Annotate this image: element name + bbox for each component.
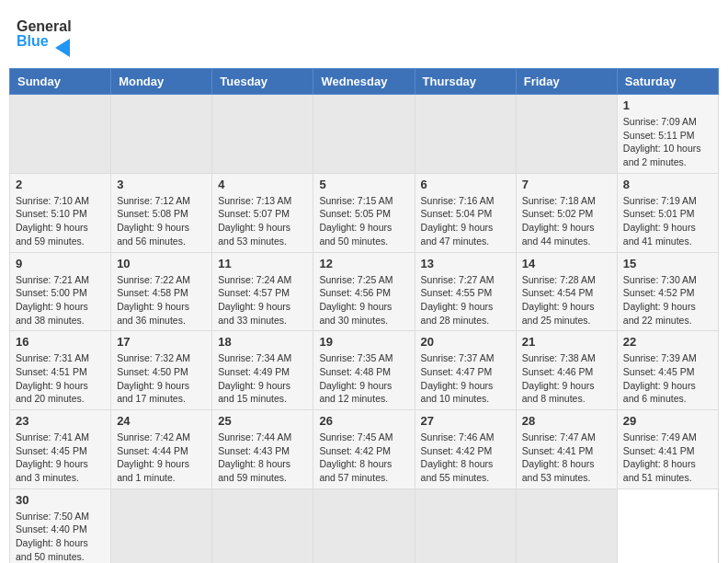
- day-info: Sunrise: 7:18 AM Sunset: 5:02 PM Dayligh…: [522, 194, 611, 248]
- svg-text:Blue: Blue: [17, 33, 49, 49]
- day-info: Sunrise: 7:27 AM Sunset: 4:55 PM Dayligh…: [421, 273, 510, 327]
- day-number: 11: [218, 257, 307, 270]
- day-number: 15: [623, 257, 712, 270]
- calendar-cell: 4Sunrise: 7:13 AM Sunset: 5:07 PM Daylig…: [212, 173, 313, 252]
- calendar-cell: 12Sunrise: 7:25 AM Sunset: 4:56 PM Dayli…: [313, 252, 415, 331]
- svg-marker-2: [55, 39, 70, 57]
- calendar-cell: 7Sunrise: 7:18 AM Sunset: 5:02 PM Daylig…: [516, 173, 617, 252]
- calendar-cell: [313, 95, 415, 174]
- calendar-row-4: 23Sunrise: 7:41 AM Sunset: 4:45 PM Dayli…: [10, 410, 719, 489]
- day-info: Sunrise: 7:09 AM Sunset: 5:11 PM Dayligh…: [623, 115, 712, 169]
- day-number: 9: [16, 257, 105, 270]
- day-info: Sunrise: 7:15 AM Sunset: 5:05 PM Dayligh…: [319, 194, 408, 248]
- day-number: 2: [16, 178, 105, 191]
- day-number: 26: [319, 414, 408, 428]
- calendar-cell: [111, 488, 212, 563]
- day-info: Sunrise: 7:10 AM Sunset: 5:10 PM Dayligh…: [16, 194, 105, 248]
- day-number: 8: [623, 178, 712, 191]
- calendar-cell: [212, 95, 313, 174]
- day-info: Sunrise: 7:12 AM Sunset: 5:08 PM Dayligh…: [117, 194, 206, 248]
- calendar-cell: 26Sunrise: 7:45 AM Sunset: 4:42 PM Dayli…: [313, 410, 415, 489]
- day-info: Sunrise: 7:49 AM Sunset: 4:41 PM Dayligh…: [623, 431, 712, 485]
- day-number: 20: [421, 335, 510, 349]
- calendar-row-5: 30Sunrise: 7:50 AM Sunset: 4:40 PM Dayli…: [10, 488, 719, 563]
- calendar-cell: 2Sunrise: 7:10 AM Sunset: 5:10 PM Daylig…: [10, 173, 111, 252]
- day-number: 10: [117, 257, 206, 270]
- day-number: 19: [319, 335, 408, 349]
- day-number: 6: [421, 178, 510, 191]
- day-info: Sunrise: 7:37 AM Sunset: 4:47 PM Dayligh…: [421, 351, 510, 406]
- calendar-cell: 23Sunrise: 7:41 AM Sunset: 4:45 PM Dayli…: [10, 410, 111, 489]
- day-info: Sunrise: 7:46 AM Sunset: 4:42 PM Dayligh…: [421, 431, 510, 485]
- day-info: Sunrise: 7:42 AM Sunset: 4:44 PM Dayligh…: [117, 431, 206, 485]
- weekday-header-wednesday: Wednesday: [313, 69, 415, 95]
- day-number: 30: [16, 493, 105, 507]
- day-info: Sunrise: 7:30 AM Sunset: 4:52 PM Dayligh…: [623, 273, 712, 327]
- logo-icon: General Blue: [17, 13, 72, 57]
- day-number: 22: [623, 335, 712, 349]
- day-number: 16: [16, 335, 105, 349]
- calendar-cell: [212, 488, 313, 563]
- day-number: 23: [16, 414, 105, 428]
- day-info: Sunrise: 7:50 AM Sunset: 4:40 PM Dayligh…: [16, 510, 105, 563]
- day-info: Sunrise: 7:47 AM Sunset: 4:41 PM Dayligh…: [522, 431, 611, 485]
- svg-text:General: General: [17, 18, 72, 34]
- day-number: 18: [218, 335, 307, 349]
- day-info: Sunrise: 7:16 AM Sunset: 5:04 PM Dayligh…: [421, 194, 510, 248]
- weekday-header-row: SundayMondayTuesdayWednesdayThursdayFrid…: [10, 69, 719, 95]
- calendar-cell: [415, 488, 516, 563]
- weekday-header-thursday: Thursday: [415, 69, 516, 95]
- calendar-cell: 18Sunrise: 7:34 AM Sunset: 4:49 PM Dayli…: [212, 331, 313, 410]
- calendar-cell: [516, 95, 617, 174]
- day-number: 3: [117, 178, 206, 191]
- calendar-header: General Blue: [9, 9, 719, 61]
- calendar-cell: 22Sunrise: 7:39 AM Sunset: 4:45 PM Dayli…: [617, 331, 718, 410]
- logo: General Blue: [17, 13, 72, 57]
- weekday-header-saturday: Saturday: [617, 69, 718, 95]
- calendar-cell: 13Sunrise: 7:27 AM Sunset: 4:55 PM Dayli…: [415, 252, 516, 331]
- calendar-cell: 29Sunrise: 7:49 AM Sunset: 4:41 PM Dayli…: [617, 410, 718, 489]
- calendar-cell: [516, 488, 617, 563]
- calendar-cell: 20Sunrise: 7:37 AM Sunset: 4:47 PM Dayli…: [415, 331, 516, 410]
- day-info: Sunrise: 7:38 AM Sunset: 4:46 PM Dayligh…: [522, 351, 611, 406]
- day-number: 12: [319, 257, 408, 270]
- day-number: 17: [117, 335, 206, 349]
- calendar-cell: 16Sunrise: 7:31 AM Sunset: 4:51 PM Dayli…: [10, 331, 111, 410]
- day-info: Sunrise: 7:34 AM Sunset: 4:49 PM Dayligh…: [218, 351, 307, 406]
- calendar-cell: 21Sunrise: 7:38 AM Sunset: 4:46 PM Dayli…: [516, 331, 617, 410]
- calendar-cell: 11Sunrise: 7:24 AM Sunset: 4:57 PM Dayli…: [212, 252, 313, 331]
- day-number: 21: [522, 335, 611, 349]
- weekday-header-tuesday: Tuesday: [212, 69, 313, 95]
- day-info: Sunrise: 7:25 AM Sunset: 4:56 PM Dayligh…: [319, 273, 408, 327]
- calendar-row-0: 1Sunrise: 7:09 AM Sunset: 5:11 PM Daylig…: [10, 95, 719, 174]
- calendar-cell: 17Sunrise: 7:32 AM Sunset: 4:50 PM Dayli…: [111, 331, 212, 410]
- calendar-cell: 9Sunrise: 7:21 AM Sunset: 5:00 PM Daylig…: [10, 252, 111, 331]
- calendar-cell: 30Sunrise: 7:50 AM Sunset: 4:40 PM Dayli…: [10, 488, 111, 563]
- day-info: Sunrise: 7:21 AM Sunset: 5:00 PM Dayligh…: [16, 273, 105, 327]
- day-number: 29: [623, 414, 712, 428]
- day-info: Sunrise: 7:39 AM Sunset: 4:45 PM Dayligh…: [623, 351, 712, 406]
- day-number: 13: [421, 257, 510, 270]
- day-info: Sunrise: 7:41 AM Sunset: 4:45 PM Dayligh…: [16, 431, 105, 485]
- calendar-cell: [10, 95, 111, 174]
- calendar-cell: 28Sunrise: 7:47 AM Sunset: 4:41 PM Dayli…: [516, 410, 617, 489]
- calendar-cell: 24Sunrise: 7:42 AM Sunset: 4:44 PM Dayli…: [111, 410, 212, 489]
- weekday-header-sunday: Sunday: [10, 69, 111, 95]
- day-info: Sunrise: 7:19 AM Sunset: 5:01 PM Dayligh…: [623, 194, 712, 248]
- calendar-cell: 5Sunrise: 7:15 AM Sunset: 5:05 PM Daylig…: [313, 173, 415, 252]
- calendar-cell: 1Sunrise: 7:09 AM Sunset: 5:11 PM Daylig…: [617, 95, 718, 174]
- calendar-cell: 6Sunrise: 7:16 AM Sunset: 5:04 PM Daylig…: [415, 173, 516, 252]
- day-info: Sunrise: 7:45 AM Sunset: 4:42 PM Dayligh…: [319, 431, 408, 485]
- day-info: Sunrise: 7:31 AM Sunset: 4:51 PM Dayligh…: [16, 351, 105, 406]
- calendar-cell: 15Sunrise: 7:30 AM Sunset: 4:52 PM Dayli…: [617, 252, 718, 331]
- day-info: Sunrise: 7:28 AM Sunset: 4:54 PM Dayligh…: [522, 273, 611, 327]
- calendar-cell: [111, 95, 212, 174]
- day-number: 24: [117, 414, 206, 428]
- day-number: 1: [623, 98, 712, 112]
- calendar-cell: 19Sunrise: 7:35 AM Sunset: 4:48 PM Dayli…: [313, 331, 415, 410]
- day-info: Sunrise: 7:22 AM Sunset: 4:58 PM Dayligh…: [117, 273, 206, 327]
- day-number: 14: [522, 257, 611, 270]
- calendar-cell: 27Sunrise: 7:46 AM Sunset: 4:42 PM Dayli…: [415, 410, 516, 489]
- calendar-cell: 3Sunrise: 7:12 AM Sunset: 5:08 PM Daylig…: [111, 173, 212, 252]
- day-info: Sunrise: 7:32 AM Sunset: 4:50 PM Dayligh…: [117, 351, 206, 406]
